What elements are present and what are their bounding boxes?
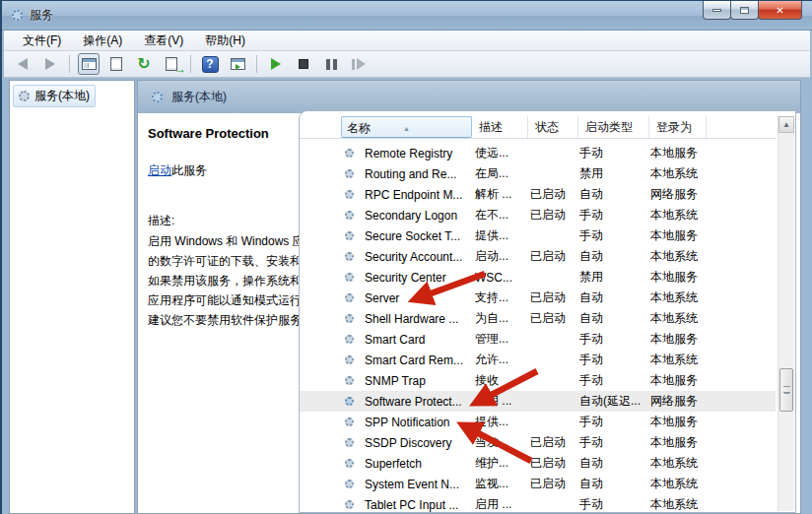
extended-view-icon[interactable]: [227, 53, 248, 75]
vertical-scrollbar[interactable]: ▲: [778, 116, 794, 511]
service-name: Superfetch: [365, 457, 475, 471]
menu-file[interactable]: 文件(F): [14, 31, 70, 51]
service-gear-icon: [345, 418, 354, 426]
start-service-icon[interactable]: [265, 53, 287, 75]
service-status: 已启动: [530, 186, 579, 203]
close-button[interactable]: ✕: [758, 1, 802, 20]
service-name: SSDP Discovery: [365, 436, 475, 450]
service-gear-icon: [345, 252, 354, 261]
service-gear-icon: [345, 190, 354, 199]
list-header: 名称 ▲ 描述 状态 启动类型 登录为: [300, 116, 776, 139]
table-row[interactable]: Secure Socket T... 提供... 手动 本地服务: [300, 225, 776, 246]
column-header-name[interactable]: 名称 ▲: [341, 116, 472, 138]
service-startup-type: 自动(延迟...: [579, 393, 650, 410]
help-icon[interactable]: ?: [199, 53, 221, 75]
service-gear-icon: [345, 169, 354, 178]
forward-icon[interactable]: [39, 53, 61, 75]
service-startup-type: 自动: [579, 186, 650, 203]
scroll-up-icon[interactable]: ▲: [778, 116, 794, 133]
service-description-cell: 解析 ...: [475, 186, 530, 203]
service-status: 已启动: [530, 476, 579, 492]
console-tree-pane: 服务(本地): [9, 80, 135, 514]
service-startup-type: 自动: [579, 455, 650, 472]
table-row[interactable]: Server 支持... 已启动 自动 本地系统: [300, 288, 776, 308]
service-startup-type: 手动: [579, 496, 650, 512]
service-description-cell: 启用 ...: [475, 393, 530, 410]
service-startup-type: 手动: [579, 372, 650, 389]
service-description-cell: 启动...: [475, 248, 530, 265]
table-row[interactable]: SSDP Discovery 当发... 已启动 手动 本地服务: [300, 432, 776, 453]
table-row[interactable]: Superfetch 维护... 已启动 自动 本地系统: [300, 453, 776, 474]
service-startup-type: 手动: [579, 434, 650, 451]
service-gear-icon: [345, 480, 354, 488]
table-row[interactable]: Secondary Logon 在不... 已启动 手动 本地系统: [300, 205, 776, 225]
service-logon-as: 网络服务: [650, 186, 776, 203]
restore-button[interactable]: [730, 1, 759, 20]
service-startup-type: 手动: [579, 352, 650, 368]
table-row[interactable]: Security Center WSC... 禁用 本地服务: [300, 267, 776, 288]
table-row[interactable]: Security Account... 启动... 已启动 自动 本地系统: [300, 246, 776, 267]
column-header-description[interactable]: 描述: [474, 116, 528, 138]
table-row[interactable]: Routing and Re... 在局... 禁用 本地系统: [300, 163, 776, 184]
service-name: SPP Notification: [365, 416, 475, 429]
start-service-link[interactable]: 启动: [148, 163, 171, 177]
column-header-logon-as[interactable]: 登录为: [651, 116, 707, 138]
service-gear-icon: [345, 149, 354, 158]
table-row[interactable]: System Event N... 监视... 已启动 自动 本地系统: [300, 474, 776, 494]
menu-view[interactable]: 查看(V): [135, 31, 192, 51]
service-logon-as: 本地服务: [650, 145, 776, 161]
main-pane: 服务(本地) Software Protection 启动此服务 描述: 启用 …: [137, 80, 801, 514]
restore-icon: [740, 7, 749, 14]
scrollbar-thumb[interactable]: [779, 368, 793, 412]
properties-icon[interactable]: [105, 53, 127, 75]
tree-item-services-local[interactable]: 服务(本地): [13, 85, 96, 107]
show-console-tree-icon[interactable]: [78, 53, 100, 75]
stop-service-icon[interactable]: [293, 53, 314, 75]
refresh-icon[interactable]: ↻: [133, 53, 155, 75]
table-row[interactable]: Smart Card 管理... 手动 本地服务: [300, 329, 776, 350]
service-description-cell: 提供...: [475, 414, 530, 430]
service-status: 已启动: [530, 207, 579, 224]
minimize-icon: [712, 9, 721, 12]
service-logon-as: 本地服务: [650, 269, 776, 286]
service-logon-as: 本地系统: [650, 207, 776, 224]
service-gear-icon: [345, 293, 354, 302]
table-row[interactable]: Tablet PC Input ... 启用 ... 手动 本地系统: [300, 494, 776, 512]
table-row[interactable]: SNMP Trap 接收 手动 本地服务: [300, 370, 776, 391]
table-row[interactable]: Remote Registry 使远... 手动 本地服务: [300, 143, 776, 163]
services-list-panel: 名称 ▲ 描述 状态 启动类型 登录为 Remote Registry 使远..…: [299, 110, 796, 513]
menu-help[interactable]: 帮助(H): [196, 31, 254, 51]
table-row[interactable]: Shell Hardware ... 为自... 已启动 自动 本地系统: [300, 308, 776, 329]
table-row[interactable]: SPP Notification 提供... 手动 本地服务: [300, 412, 776, 432]
service-description-cell: 提供...: [475, 227, 530, 244]
minimize-button[interactable]: [703, 1, 731, 20]
restart-service-icon[interactable]: [348, 53, 370, 75]
service-name: Smart Card: [365, 333, 475, 347]
menu-action[interactable]: 操作(A): [74, 31, 131, 51]
column-header-blank: [709, 116, 776, 138]
back-icon[interactable]: [12, 53, 34, 75]
table-row[interactable]: Software Protect... 启用 ... 自动(延迟... 网络服务: [300, 391, 776, 412]
service-status: 已启动: [530, 248, 579, 265]
pause-service-icon[interactable]: [320, 53, 342, 75]
table-row[interactable]: Smart Card Rem... 允许... 手动 本地系统: [300, 350, 776, 370]
services-window: 服务 ✕ 文件(F) 操作(A) 查看(V) 帮助(H) ↻ → ?: [0, 0, 812, 514]
service-startup-type: 手动: [579, 145, 650, 161]
service-startup-type: 手动: [579, 414, 650, 430]
service-startup-type: 手动: [579, 227, 650, 244]
column-header-startup-type[interactable]: 启动类型: [580, 116, 649, 138]
service-status: 已启动: [530, 434, 579, 451]
service-description-cell: 为自...: [475, 310, 530, 327]
service-logon-as: 本地服务: [650, 434, 776, 451]
column-header-status[interactable]: 状态: [530, 116, 578, 138]
service-name: Security Center: [365, 271, 475, 285]
service-description-cell: 启用 ...: [475, 496, 530, 512]
service-description-cell: 使远...: [475, 145, 530, 161]
title-bar: 服务 ✕: [2, 1, 812, 31]
export-list-icon[interactable]: →: [161, 53, 182, 75]
service-description-cell: 当发...: [475, 434, 530, 451]
table-row[interactable]: RPC Endpoint M... 解析 ... 已启动 自动 网络服务: [300, 184, 776, 205]
service-name: RPC Endpoint M...: [365, 188, 475, 202]
start-service-suffix: 此服务: [171, 163, 207, 177]
service-name: Software Protect...: [365, 395, 475, 409]
